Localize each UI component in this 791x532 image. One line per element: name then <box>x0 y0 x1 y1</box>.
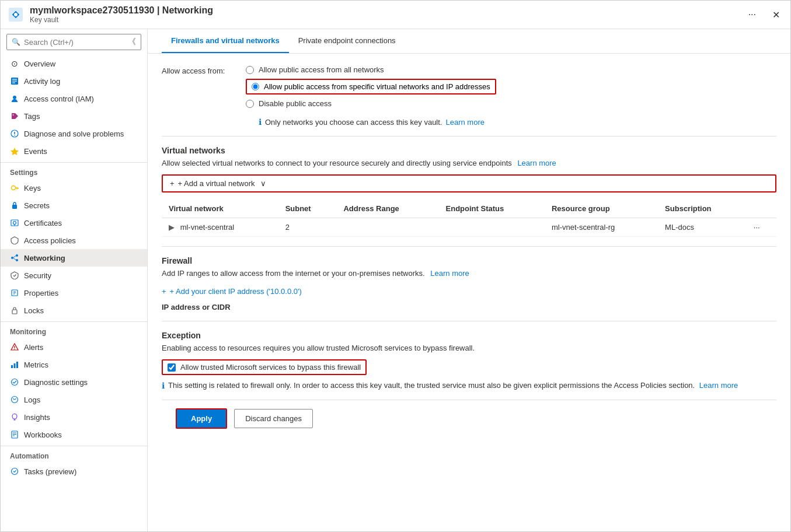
nav-item-secrets[interactable]: Secrets <box>1 197 147 214</box>
vnet-name: ml-vnet-scentral <box>180 223 234 232</box>
nav-item-workbooks[interactable]: Workbooks <box>1 426 147 443</box>
svg-point-22 <box>16 259 18 261</box>
nav-label-diagnostic-settings: Diagnostic settings <box>24 378 88 387</box>
search-box[interactable]: 🔍 《 <box>6 34 141 50</box>
security-icon <box>10 271 19 280</box>
radio-disable[interactable]: Disable public access <box>246 99 496 108</box>
radio-all-networks[interactable]: Allow public access from all networks <box>246 65 496 74</box>
nav-label-locks: Locks <box>24 306 44 315</box>
more-options-icon[interactable]: ··· <box>745 7 759 22</box>
exception-title: Exception <box>162 331 776 340</box>
nav-item-logs[interactable]: Logs <box>1 391 147 408</box>
add-ip-button[interactable]: + + Add your client IP address ('10.0.0.… <box>162 285 776 298</box>
overview-icon: ⊙ <box>10 59 19 68</box>
nav-item-tags[interactable]: Tags <box>1 107 147 125</box>
access-learn-more[interactable]: Learn more <box>445 118 484 127</box>
logs-icon <box>10 395 19 404</box>
exception-info-row: ℹ This setting is related to firewall on… <box>162 381 776 390</box>
activity-log-icon <box>10 76 19 86</box>
properties-icon <box>10 288 19 298</box>
svg-point-21 <box>16 254 18 257</box>
nav-item-access-control[interactable]: Access control (IAM) <box>1 90 147 107</box>
nav-item-certificates[interactable]: Certificates <box>1 214 147 232</box>
nav-item-alerts[interactable]: Alerts <box>1 338 147 356</box>
vnet-row-more[interactable]: ··· <box>747 218 776 237</box>
nav-item-locks[interactable]: Locks <box>1 302 147 319</box>
radio-disable-input[interactable] <box>246 100 254 108</box>
section-settings: Settings <box>1 162 147 179</box>
tasks-icon <box>10 467 19 476</box>
firewall-desc: Add IP ranges to allow access from the i… <box>162 269 776 278</box>
vnet-expand-icon[interactable]: ▶ <box>169 223 175 232</box>
add-vnet-label: + Add a virtual network <box>178 179 255 188</box>
exception-learn-more[interactable]: Learn more <box>699 381 738 390</box>
nav-label-activity-log: Activity log <box>24 77 60 86</box>
radio-specific-networks-container: Allow public access from specific virtua… <box>246 79 496 94</box>
firewall-learn-more[interactable]: Learn more <box>430 269 469 278</box>
nav-item-diagnostic-settings[interactable]: Diagnostic settings <box>1 373 147 391</box>
radio-specific-networks-input[interactable] <box>252 83 259 90</box>
svg-point-1 <box>14 13 18 16</box>
vnet-table: Virtual network Subnet Address Range End… <box>162 200 776 237</box>
tab-private-endpoints[interactable]: Private endpoint connections <box>289 29 405 53</box>
close-icon[interactable]: ✕ <box>769 7 783 23</box>
svg-rect-16 <box>12 205 17 209</box>
tab-firewalls[interactable]: Firewalls and virtual networks <box>162 29 289 53</box>
svg-point-33 <box>14 349 15 349</box>
exception-checkbox[interactable] <box>168 363 176 372</box>
info-icon-access: ℹ <box>259 117 262 127</box>
vnet-learn-more[interactable]: Learn more <box>517 159 556 167</box>
page-title: mymlworkspace2730511930 | Networking <box>30 5 213 16</box>
radio-all-networks-label: Allow public access from all networks <box>259 65 384 74</box>
nav-item-diagnose[interactable]: Diagnose and solve problems <box>1 125 147 142</box>
nav-item-access-policies[interactable]: Access policies <box>1 232 147 249</box>
nav-item-properties[interactable]: Properties <box>1 284 147 302</box>
svg-line-24 <box>13 258 16 260</box>
content-area: Allow access from: Allow public access f… <box>148 54 790 449</box>
keys-icon <box>10 183 19 192</box>
divider-2 <box>162 246 776 247</box>
vnet-resource-group: ml-vnet-scentral-rg <box>545 218 658 237</box>
discard-button[interactable]: Discard changes <box>234 409 313 428</box>
main-content: Firewalls and virtual networks Private e… <box>148 29 790 531</box>
insights-icon <box>10 412 19 422</box>
nav-item-overview[interactable]: ⊙ Overview <box>1 55 147 72</box>
metrics-icon <box>10 360 19 369</box>
search-input[interactable] <box>24 38 128 47</box>
nav-item-networking[interactable]: Networking <box>1 249 147 267</box>
col-endpoint-status: Endpoint Status <box>439 200 545 218</box>
svg-point-20 <box>11 257 13 259</box>
exception-desc: Enabling access to resources requires yo… <box>162 344 776 352</box>
svg-point-10 <box>14 135 15 136</box>
firewall-title: Firewall <box>162 256 776 265</box>
col-subscription: Subscription <box>658 200 747 218</box>
secrets-icon <box>10 201 19 210</box>
nav-item-activity-log[interactable]: Activity log <box>1 72 147 90</box>
radio-all-networks-input[interactable] <box>246 66 254 74</box>
footer-actions: Apply Discard changes <box>162 400 776 437</box>
exception-info-text: This setting is related to firewall only… <box>168 381 738 390</box>
svg-rect-36 <box>16 362 18 368</box>
nav-item-insights[interactable]: Insights <box>1 408 147 426</box>
apply-button[interactable]: Apply <box>176 408 227 429</box>
radio-specific-networks-label: Allow public access from specific virtua… <box>264 82 490 91</box>
nav-label-overview: Overview <box>24 60 55 68</box>
section-monitoring: Monitoring <box>1 321 147 338</box>
nav-item-tasks[interactable]: Tasks (preview) <box>1 463 147 480</box>
nav-label-events: Events <box>24 147 47 156</box>
nav-item-security[interactable]: Security <box>1 267 147 284</box>
nav-item-metrics[interactable]: Metrics <box>1 356 147 373</box>
add-virtual-network-button[interactable]: + + Add a virtual network ∨ <box>162 174 776 192</box>
title-bar: mymlworkspace2730511930 | Networking Key… <box>1 1 790 29</box>
title-text: mymlworkspace2730511930 | Networking Key… <box>30 5 213 24</box>
add-ip-icon: + <box>162 287 166 296</box>
vnet-subnet: 2 <box>278 218 337 237</box>
collapse-icon[interactable]: 《 <box>128 37 136 47</box>
nav-label-secrets: Secrets <box>24 201 50 210</box>
section-automation: Automation <box>1 446 147 463</box>
vnet-subscription: ML-docs <box>658 218 747 237</box>
add-ip-label: + Add your client IP address ('10.0.0.0'… <box>170 287 302 296</box>
nav-item-keys[interactable]: Keys <box>1 179 147 197</box>
nav-item-events[interactable]: Events <box>1 142 147 160</box>
col-subnet: Subnet <box>278 200 337 218</box>
